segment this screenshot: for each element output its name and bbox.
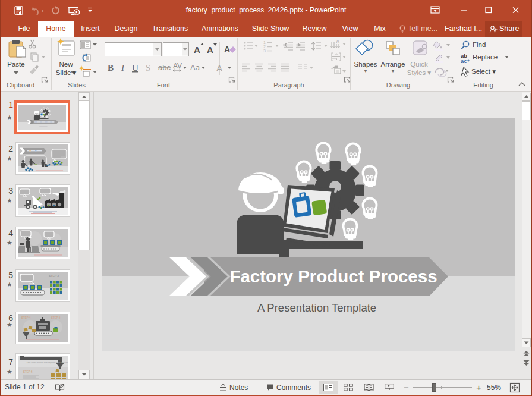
svg-text:Factory Product Process: Factory Product Process: [229, 266, 437, 286]
svg-text:A: A: [194, 45, 200, 55]
svg-text:The work flows the report over: The work flows the report over the line: [26, 361, 68, 364]
svg-text:3: 3: [263, 49, 266, 53]
svg-text:abc: abc: [158, 63, 171, 72]
svg-text:U: U: [132, 63, 138, 73]
svg-text:2: 2: [263, 45, 266, 49]
svg-text:ac: ac: [461, 58, 467, 64]
svg-text:STEP 5: STEP 5: [51, 316, 61, 319]
svg-text:B: B: [108, 63, 114, 73]
svg-text:Aa: Aa: [190, 63, 200, 72]
svg-text:STEP 3: STEP 3: [49, 274, 59, 278]
svg-text:S: S: [146, 63, 150, 73]
svg-text:A: A: [224, 45, 230, 54]
svg-text:1: 1: [263, 40, 266, 45]
svg-text:A: A: [207, 45, 213, 55]
svg-text:I: I: [121, 63, 125, 73]
svg-text:A Presentation Template: A Presentation Template: [257, 301, 376, 314]
svg-text:A: A: [216, 63, 222, 73]
svg-text:A: A: [336, 39, 340, 45]
svg-text:STEP 6: STEP 6: [23, 370, 33, 373]
svg-text:STEP 4: STEP 4: [21, 316, 31, 319]
